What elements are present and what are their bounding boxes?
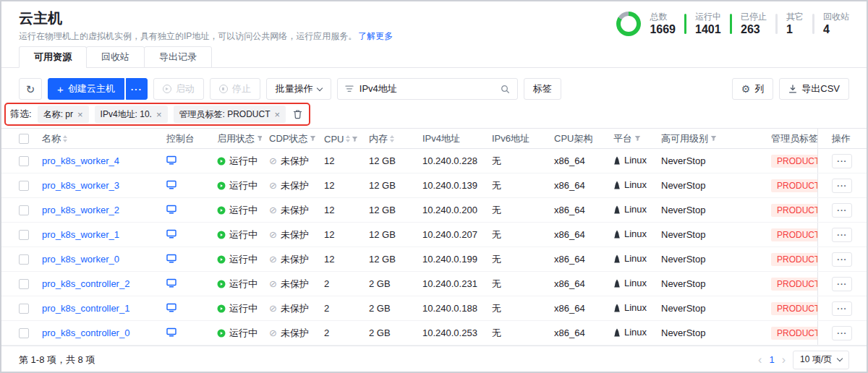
vm-name-link[interactable]: pro_k8s_worker_4	[42, 155, 119, 166]
search-box[interactable]: IPv4地址	[337, 78, 518, 100]
admin-tag-badge: PRODUCT	[771, 155, 817, 168]
select-all-header[interactable]	[1, 129, 35, 149]
platform-text: Linux	[624, 327, 647, 338]
console-button[interactable]	[166, 303, 176, 312]
cpu-cell: 2	[317, 321, 362, 346]
vm-name-link[interactable]: pro_k8s_worker_1	[42, 229, 119, 240]
row-checkbox[interactable]	[19, 181, 29, 191]
console-button[interactable]	[166, 155, 176, 165]
vm-name-link[interactable]: pro_k8s_worker_0	[42, 254, 119, 265]
batch-operations-button[interactable]: 批量操作	[266, 78, 331, 100]
column-header-ha[interactable]: 高可用级别	[654, 129, 764, 149]
start-button[interactable]: 启动	[153, 78, 204, 100]
console-button[interactable]	[166, 180, 176, 189]
console-button[interactable]	[166, 254, 176, 263]
stop-label: 停止	[232, 82, 251, 95]
console-monitor-icon	[166, 278, 176, 288]
row-checkbox[interactable]	[19, 328, 29, 338]
tab-available-resources[interactable]: 可用资源	[19, 46, 87, 68]
row-actions-button[interactable]: ···	[832, 154, 852, 168]
cpu-cell: 12	[317, 149, 362, 173]
refresh-button[interactable]: ↻	[19, 78, 42, 100]
row-actions-button[interactable]: ···	[832, 277, 852, 291]
columns-button[interactable]: ⚙ 列	[732, 78, 774, 100]
filter-funnel-icon[interactable]	[710, 135, 717, 142]
play-circle-icon	[163, 85, 171, 93]
columns-label: 列	[754, 82, 764, 95]
column-header-platform[interactable]: 平台	[606, 129, 654, 149]
row-actions-button[interactable]: ···	[832, 228, 852, 242]
console-button[interactable]	[166, 205, 176, 214]
row-checkbox[interactable]	[19, 205, 29, 215]
create-more-button[interactable]: ···	[126, 78, 148, 100]
learn-more-link[interactable]: 了解更多	[358, 31, 393, 41]
current-page[interactable]: 1	[769, 354, 774, 365]
filter-funnel-icon[interactable]	[352, 136, 358, 142]
cdp-text: 未保护	[281, 302, 309, 315]
row-actions-button[interactable]: ···	[832, 326, 852, 340]
column-header-actions: 操作	[817, 129, 867, 149]
tab-recycle-bin[interactable]: 回收站	[86, 46, 145, 68]
vm-name-link[interactable]: pro_k8s_worker_2	[42, 205, 119, 215]
search-field-filter-icon[interactable]	[345, 85, 354, 93]
platform-cell: Linux	[613, 228, 647, 239]
search-icon[interactable]	[501, 85, 510, 94]
filter-funnel-icon[interactable]	[310, 135, 316, 142]
prev-page-button[interactable]: ‹	[758, 354, 762, 366]
filter-funnel-icon[interactable]	[257, 135, 262, 142]
vm-name-link[interactable]: pro_k8s_controller_1	[42, 303, 129, 314]
stop-button[interactable]: 停止	[210, 78, 260, 100]
cdp-text: 未保护	[281, 228, 309, 241]
row-checkbox[interactable]	[19, 254, 29, 265]
console-button[interactable]	[166, 327, 176, 337]
page-size-select[interactable]: 10 项/页	[793, 351, 849, 369]
row-actions-button[interactable]: ···	[832, 301, 852, 316]
column-header-status[interactable]: 启用状态	[210, 129, 262, 149]
next-page-button[interactable]: ›	[782, 354, 786, 366]
tags-button[interactable]: 标签	[524, 78, 561, 100]
row-actions-button[interactable]: ···	[832, 203, 852, 218]
status-text: 运行中	[229, 302, 258, 315]
column-header-memory[interactable]: 内存	[362, 129, 415, 149]
close-icon[interactable]: ×	[77, 110, 83, 119]
column-header-name[interactable]: 名称	[35, 129, 159, 149]
cdp-cell: ⊘未保护	[269, 253, 309, 266]
close-icon[interactable]: ×	[156, 110, 162, 119]
vm-name-link[interactable]: pro_k8s_controller_2	[42, 278, 129, 289]
tab-export-records[interactable]: 导出记录	[144, 46, 212, 68]
row-checkbox[interactable]	[19, 230, 29, 240]
platform-text: Linux	[624, 302, 647, 313]
status-cell: 运行中	[217, 155, 258, 168]
row-actions-button[interactable]: ···	[832, 179, 852, 193]
row-checkbox[interactable]	[19, 304, 29, 314]
toolbar: ↻ + 创建云主机 ··· 启动 停止 批量操作 IPv4地址	[19, 78, 849, 100]
memory-cell: 2 GB	[362, 296, 415, 321]
console-monitor-icon	[166, 254, 176, 263]
create-vm-button[interactable]: + 创建云主机	[48, 78, 124, 100]
table-row: pro_k8s_worker_2运行中⊘未保护1212 GB10.240.0.2…	[1, 198, 867, 223]
ipv6-cell: 无	[485, 173, 547, 198]
stat-recycle-bin: 回收站 4	[823, 12, 849, 35]
vm-name-link[interactable]: pro_k8s_worker_3	[42, 180, 119, 191]
sort-icon[interactable]	[390, 135, 394, 142]
console-button[interactable]	[166, 278, 176, 288]
filter-funnel-icon[interactable]	[634, 135, 641, 142]
plus-icon: +	[57, 84, 64, 95]
row-checkbox[interactable]	[19, 156, 29, 166]
clear-filters-button[interactable]	[293, 109, 302, 119]
row-actions-button[interactable]: ···	[832, 252, 852, 267]
select-all-checkbox[interactable]	[19, 134, 29, 144]
console-button[interactable]	[166, 229, 176, 239]
column-header-ipv4: IPv4地址	[415, 129, 485, 149]
row-checkbox[interactable]	[19, 279, 29, 289]
sort-icon[interactable]	[63, 135, 67, 142]
linux-icon	[613, 304, 621, 312]
column-header-cpu[interactable]: CPU	[317, 129, 362, 149]
cpu-cell: 12	[317, 173, 362, 198]
ipv6-cell: 无	[485, 198, 547, 223]
vm-name-link[interactable]: pro_k8s_controller_0	[42, 327, 129, 338]
close-icon[interactable]: ×	[275, 110, 281, 119]
sort-icon[interactable]	[346, 135, 350, 142]
column-header-cdp[interactable]: CDP状态	[262, 129, 317, 149]
export-csv-button[interactable]: 导出CSV	[779, 78, 849, 100]
